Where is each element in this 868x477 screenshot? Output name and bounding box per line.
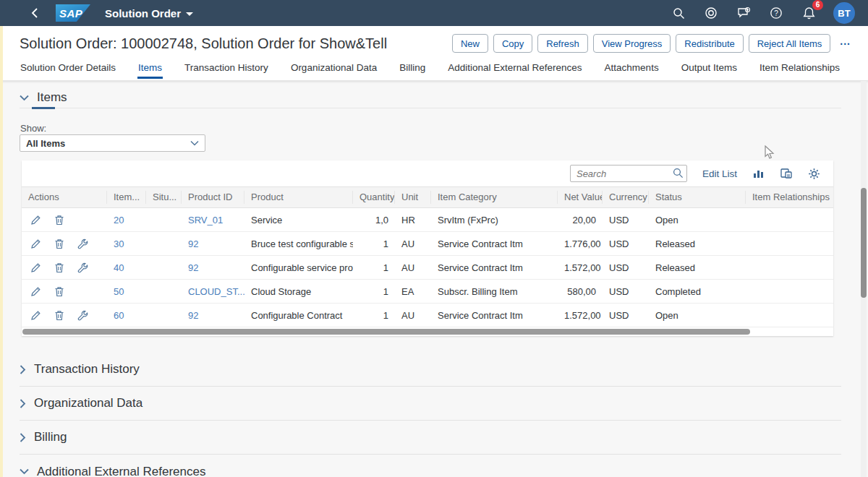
back-icon[interactable] bbox=[30, 7, 38, 19]
wrench-icon[interactable] bbox=[77, 310, 88, 321]
cell-currency: USD bbox=[603, 310, 649, 321]
tab-solution-order-details[interactable]: Solution Order Details bbox=[20, 61, 116, 79]
export-icon[interactable] bbox=[780, 168, 793, 179]
wrench-icon[interactable] bbox=[77, 239, 88, 249]
cell-item-category: Subscr. Billing Item bbox=[431, 286, 558, 297]
tab-billing[interactable]: Billing bbox=[399, 61, 426, 79]
tab-transaction-history[interactable]: Transaction History bbox=[184, 61, 269, 79]
cell-unit: EA bbox=[395, 286, 431, 297]
cell-quantity: 1,0 bbox=[353, 215, 395, 225]
column-header[interactable]: Item... bbox=[107, 191, 146, 204]
wrench-icon[interactable] bbox=[77, 262, 88, 273]
product-id-link[interactable]: 92 bbox=[188, 239, 198, 249]
cell-status: Completed bbox=[649, 286, 746, 297]
item-link[interactable]: 30 bbox=[114, 239, 124, 249]
search-input[interactable] bbox=[570, 165, 687, 182]
row-actions bbox=[22, 286, 107, 297]
tab-item-relationships[interactable]: Item Relationships bbox=[759, 61, 841, 79]
chart-view-icon[interactable] bbox=[752, 168, 765, 179]
cell-net-value: 1.776,00 bbox=[558, 239, 603, 249]
table-row: 30 92 Bruce test configurable s... 1 AU … bbox=[22, 232, 833, 256]
header-action-button[interactable]: Redistribute bbox=[676, 34, 743, 53]
delete-trash-icon[interactable] bbox=[54, 310, 64, 321]
column-header[interactable]: Quantity bbox=[353, 191, 395, 204]
overflow-menu-button[interactable]: ... bbox=[835, 35, 855, 51]
section-transaction-history[interactable]: Transaction History bbox=[20, 353, 841, 387]
column-header[interactable]: Item Category bbox=[431, 191, 558, 204]
items-section-header[interactable]: Items bbox=[20, 90, 67, 105]
header-actions: NewCopyRefreshView ProgressRedistributeR… bbox=[452, 34, 855, 53]
tab-output-items[interactable]: Output Items bbox=[681, 61, 738, 79]
column-header[interactable]: Net Value bbox=[558, 191, 603, 204]
cell-product-id: 92 bbox=[182, 239, 244, 249]
product-id-link[interactable]: SRV_01 bbox=[188, 215, 223, 225]
header-action-button[interactable]: Reject All Items bbox=[749, 34, 831, 53]
feedback-icon[interactable] bbox=[736, 5, 752, 21]
section-organizational-data[interactable]: Organizational Data bbox=[20, 387, 841, 421]
column-header[interactable]: Currency bbox=[603, 191, 649, 204]
filter-selected-value: All Items bbox=[26, 138, 65, 149]
row-actions bbox=[22, 310, 107, 321]
section-billing[interactable]: Billing bbox=[20, 421, 841, 455]
column-header[interactable]: Product bbox=[244, 191, 353, 204]
search-icon[interactable] bbox=[673, 168, 684, 181]
edit-pencil-icon[interactable] bbox=[30, 239, 41, 249]
app-title-menu[interactable]: Solution Order bbox=[105, 7, 193, 20]
page-header: Solution Order: 100002748, Solution Orde… bbox=[0, 26, 868, 81]
item-link[interactable]: 60 bbox=[114, 310, 124, 321]
cell-item: 40 bbox=[107, 262, 146, 273]
help-icon[interactable]: ? bbox=[768, 5, 784, 21]
items-filter-select[interactable]: All Items bbox=[20, 134, 205, 152]
notifications-bell-icon[interactable]: 6 bbox=[801, 5, 817, 21]
section-additional-external-references[interactable]: Additional External References bbox=[20, 455, 841, 477]
edit-pencil-icon[interactable] bbox=[30, 310, 41, 321]
table-body: 20 SRV_01 Service 1,0 HR SrvItm (FxPrc) … bbox=[22, 208, 833, 327]
search-icon[interactable] bbox=[671, 5, 686, 21]
avatar[interactable]: BT bbox=[833, 2, 855, 24]
cell-product: Configurable Contract bbox=[244, 310, 353, 321]
header-action-button[interactable]: New bbox=[452, 34, 488, 53]
header-action-button[interactable]: Copy bbox=[493, 34, 532, 53]
item-link[interactable]: 20 bbox=[114, 215, 124, 225]
tab-items[interactable]: Items bbox=[137, 61, 163, 79]
header-action-button[interactable]: View Progress bbox=[593, 34, 671, 53]
accordion-sections: Transaction History Organizational Data … bbox=[20, 353, 841, 477]
edit-pencil-icon[interactable] bbox=[30, 262, 41, 273]
cell-net-value: 1.572,00 bbox=[558, 310, 603, 321]
product-id-link[interactable]: 92 bbox=[188, 262, 198, 273]
edit-pencil-icon[interactable] bbox=[30, 215, 41, 225]
column-header[interactable]: Product ID bbox=[182, 191, 244, 204]
tab-additional-external-references[interactable]: Additional External References bbox=[447, 61, 582, 79]
delete-trash-icon[interactable] bbox=[54, 239, 64, 249]
row-actions bbox=[22, 215, 107, 225]
column-header[interactable]: Actions bbox=[22, 191, 107, 204]
delete-trash-icon[interactable] bbox=[54, 286, 64, 297]
product-id-link[interactable]: 92 bbox=[188, 310, 198, 321]
delete-trash-icon[interactable] bbox=[54, 215, 64, 225]
cell-item: 30 bbox=[107, 239, 146, 249]
edit-pencil-icon[interactable] bbox=[30, 286, 41, 297]
shell-bar: SAP Solution Order ? 6 BT bbox=[0, 0, 868, 26]
svg-text:?: ? bbox=[774, 9, 778, 17]
vertical-scrollbar-thumb[interactable] bbox=[861, 188, 867, 298]
content-area: Items Show: All Items Edit List bbox=[0, 81, 868, 477]
tab-organizational-data[interactable]: Organizational Data bbox=[290, 61, 378, 79]
horizontal-scrollbar-thumb[interactable] bbox=[22, 329, 750, 335]
column-header[interactable]: Unit bbox=[395, 191, 431, 204]
column-header[interactable]: Item Relationships bbox=[746, 191, 833, 204]
item-link[interactable]: 40 bbox=[114, 262, 124, 273]
column-header[interactable]: Situ... bbox=[146, 191, 182, 204]
delete-trash-icon[interactable] bbox=[54, 262, 64, 273]
cell-net-value: 580,00 bbox=[558, 286, 603, 297]
edit-list-button[interactable]: Edit List bbox=[702, 168, 737, 179]
header-action-button[interactable]: Refresh bbox=[537, 34, 588, 53]
cell-net-value: 20,00 bbox=[558, 215, 603, 225]
cell-status: Released bbox=[649, 239, 746, 249]
column-header[interactable]: Status bbox=[649, 191, 746, 204]
tab-attachments[interactable]: Attachments bbox=[604, 61, 660, 79]
accordion-section-title: Transaction History bbox=[34, 362, 140, 377]
product-id-link[interactable]: CLOUD_ST... bbox=[188, 286, 244, 297]
copilot-icon[interactable] bbox=[703, 5, 719, 21]
settings-gear-icon[interactable] bbox=[808, 168, 820, 180]
item-link[interactable]: 50 bbox=[114, 286, 124, 297]
